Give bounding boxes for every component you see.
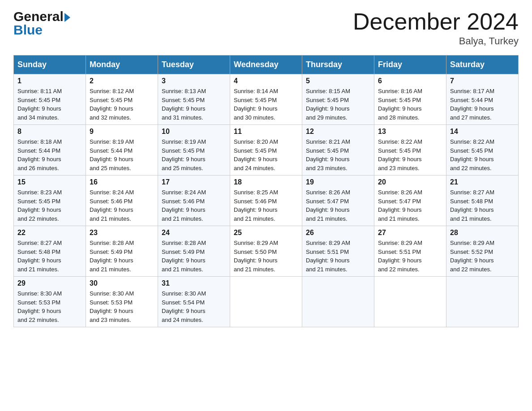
day-info: Sunrise: 8:18 AM Sunset: 5:44 PM Dayligh… [17,137,82,172]
calendar-cell: 13 Sunrise: 8:22 AM Sunset: 5:45 PM Dayl… [374,125,446,176]
day-number: 28 [450,229,515,237]
day-number: 23 [90,229,154,237]
calendar-cell: 21 Sunrise: 8:27 AM Sunset: 5:48 PM Dayl… [446,176,519,226]
day-info: Sunrise: 8:16 AM Sunset: 5:45 PM Dayligh… [378,87,442,122]
day-number: 1 [17,77,82,85]
calendar-cell: 27 Sunrise: 8:29 AM Sunset: 5:51 PM Dayl… [374,226,446,277]
day-number: 12 [306,128,370,136]
calendar-cell: 20 Sunrise: 8:26 AM Sunset: 5:47 PM Dayl… [374,176,446,226]
day-number: 15 [17,178,82,186]
calendar-cell: 15 Sunrise: 8:23 AM Sunset: 5:45 PM Dayl… [14,176,86,226]
month-title: December 2024 [353,9,519,34]
calendar-cell: 29 Sunrise: 8:30 AM Sunset: 5:53 PM Dayl… [14,277,86,327]
calendar-cell: 22 Sunrise: 8:27 AM Sunset: 5:48 PM Dayl… [14,226,86,277]
day-number: 6 [378,77,442,85]
day-number: 9 [90,128,154,136]
calendar-cell: 10 Sunrise: 8:19 AM Sunset: 5:45 PM Dayl… [158,125,230,176]
header-monday: Monday [86,56,158,74]
day-number: 10 [162,128,226,136]
day-number: 30 [90,279,154,287]
day-info: Sunrise: 8:23 AM Sunset: 5:45 PM Dayligh… [17,188,82,223]
day-header-row: SundayMondayTuesdayWednesdayThursdayFrid… [14,56,519,74]
calendar-cell: 14 Sunrise: 8:22 AM Sunset: 5:45 PM Dayl… [446,125,519,176]
calendar-cell: 8 Sunrise: 8:18 AM Sunset: 5:44 PM Dayli… [14,125,86,176]
calendar-cell: 3 Sunrise: 8:13 AM Sunset: 5:45 PM Dayli… [158,74,230,125]
calendar-cell: 4 Sunrise: 8:14 AM Sunset: 5:45 PM Dayli… [230,74,302,125]
day-info: Sunrise: 8:20 AM Sunset: 5:45 PM Dayligh… [234,137,298,172]
day-info: Sunrise: 8:29 AM Sunset: 5:51 PM Dayligh… [306,239,370,274]
header-thursday: Thursday [302,56,374,74]
day-number: 29 [17,279,82,287]
day-number: 2 [90,77,154,85]
day-info: Sunrise: 8:19 AM Sunset: 5:44 PM Dayligh… [90,137,154,172]
calendar-cell [230,277,302,327]
day-number: 7 [450,77,515,85]
calendar-cell: 6 Sunrise: 8:16 AM Sunset: 5:45 PM Dayli… [374,74,446,125]
day-info: Sunrise: 8:13 AM Sunset: 5:45 PM Dayligh… [162,87,226,122]
calendar-header: SundayMondayTuesdayWednesdayThursdayFrid… [14,56,519,74]
day-info: Sunrise: 8:29 AM Sunset: 5:51 PM Dayligh… [378,239,442,274]
header-sunday: Sunday [14,56,86,74]
day-info: Sunrise: 8:26 AM Sunset: 5:47 PM Dayligh… [378,188,442,223]
day-info: Sunrise: 8:21 AM Sunset: 5:45 PM Dayligh… [306,137,370,172]
day-number: 3 [162,77,226,85]
day-info: Sunrise: 8:14 AM Sunset: 5:45 PM Dayligh… [234,87,298,122]
day-info: Sunrise: 8:26 AM Sunset: 5:47 PM Dayligh… [306,188,370,223]
day-info: Sunrise: 8:28 AM Sunset: 5:49 PM Dayligh… [90,239,154,274]
calendar-cell: 31 Sunrise: 8:30 AM Sunset: 5:54 PM Dayl… [158,277,230,327]
calendar-cell: 19 Sunrise: 8:26 AM Sunset: 5:47 PM Dayl… [302,176,374,226]
calendar-cell: 7 Sunrise: 8:17 AM Sunset: 5:44 PM Dayli… [446,74,519,125]
day-info: Sunrise: 8:24 AM Sunset: 5:46 PM Dayligh… [90,188,154,223]
day-number: 16 [90,178,154,186]
logo-arrow-icon [64,13,70,22]
calendar-cell: 1 Sunrise: 8:11 AM Sunset: 5:45 PM Dayli… [14,74,86,125]
day-number: 13 [378,128,442,136]
calendar-cell: 16 Sunrise: 8:24 AM Sunset: 5:46 PM Dayl… [86,176,158,226]
day-info: Sunrise: 8:29 AM Sunset: 5:50 PM Dayligh… [234,239,298,274]
header-tuesday: Tuesday [158,56,230,74]
calendar-cell: 26 Sunrise: 8:29 AM Sunset: 5:51 PM Dayl… [302,226,374,277]
calendar-cell: 5 Sunrise: 8:15 AM Sunset: 5:45 PM Dayli… [302,74,374,125]
day-info: Sunrise: 8:12 AM Sunset: 5:45 PM Dayligh… [90,87,154,122]
day-number: 26 [306,229,370,237]
calendar-cell [446,277,519,327]
calendar-cell [302,277,374,327]
location: Balya, Turkey [353,35,519,47]
week-row-5: 29 Sunrise: 8:30 AM Sunset: 5:53 PM Dayl… [14,277,519,327]
day-info: Sunrise: 8:30 AM Sunset: 5:53 PM Dayligh… [90,289,154,324]
header-wednesday: Wednesday [230,56,302,74]
calendar-body: 1 Sunrise: 8:11 AM Sunset: 5:45 PM Dayli… [14,74,519,327]
header-saturday: Saturday [446,56,519,74]
day-number: 5 [306,77,370,85]
day-info: Sunrise: 8:27 AM Sunset: 5:48 PM Dayligh… [17,239,82,274]
calendar-cell: 25 Sunrise: 8:29 AM Sunset: 5:50 PM Dayl… [230,226,302,277]
week-row-4: 22 Sunrise: 8:27 AM Sunset: 5:48 PM Dayl… [14,226,519,277]
logo-general: General [13,9,64,24]
day-info: Sunrise: 8:29 AM Sunset: 5:52 PM Dayligh… [450,239,515,274]
calendar-cell: 24 Sunrise: 8:28 AM Sunset: 5:49 PM Dayl… [158,226,230,277]
day-info: Sunrise: 8:24 AM Sunset: 5:46 PM Dayligh… [162,188,226,223]
day-info: Sunrise: 8:28 AM Sunset: 5:49 PM Dayligh… [162,239,226,274]
day-info: Sunrise: 8:11 AM Sunset: 5:45 PM Dayligh… [17,87,82,122]
calendar-cell [374,277,446,327]
day-info: Sunrise: 8:17 AM Sunset: 5:44 PM Dayligh… [450,87,515,122]
logo-blue: Blue [13,22,43,38]
week-row-3: 15 Sunrise: 8:23 AM Sunset: 5:45 PM Dayl… [14,176,519,226]
week-row-2: 8 Sunrise: 8:18 AM Sunset: 5:44 PM Dayli… [14,125,519,176]
calendar-cell: 12 Sunrise: 8:21 AM Sunset: 5:45 PM Dayl… [302,125,374,176]
calendar-cell: 28 Sunrise: 8:29 AM Sunset: 5:52 PM Dayl… [446,226,519,277]
calendar-cell: 18 Sunrise: 8:25 AM Sunset: 5:46 PM Dayl… [230,176,302,226]
day-number: 19 [306,178,370,186]
page-header: General Blue December 2024 Balya, Turkey [13,9,519,47]
calendar-cell: 2 Sunrise: 8:12 AM Sunset: 5:45 PM Dayli… [86,74,158,125]
logo: General Blue [13,9,70,38]
day-number: 4 [234,77,298,85]
week-row-1: 1 Sunrise: 8:11 AM Sunset: 5:45 PM Dayli… [14,74,519,125]
day-info: Sunrise: 8:30 AM Sunset: 5:53 PM Dayligh… [17,289,82,324]
day-number: 22 [17,229,82,237]
calendar-cell: 23 Sunrise: 8:28 AM Sunset: 5:49 PM Dayl… [86,226,158,277]
calendar-cell: 9 Sunrise: 8:19 AM Sunset: 5:44 PM Dayli… [86,125,158,176]
day-number: 18 [234,178,298,186]
day-number: 27 [378,229,442,237]
calendar-cell: 30 Sunrise: 8:30 AM Sunset: 5:53 PM Dayl… [86,277,158,327]
